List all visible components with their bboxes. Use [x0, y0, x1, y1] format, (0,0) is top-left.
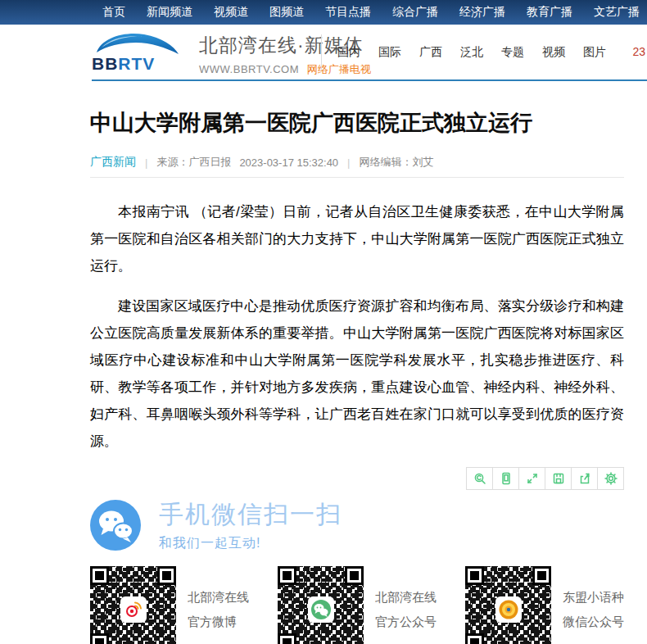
qr-labels: 北部湾在线 官方公众号	[375, 585, 437, 634]
editor-label: 网络编辑：刘艾	[360, 155, 434, 170]
source-label: 来源：广西日报	[156, 155, 231, 170]
article-paragraph: 建设国家区域医疗中心是推动优质医疗资源扩容和均衡布局、落实分级诊疗和构建公立医院…	[90, 293, 624, 455]
meta-separator: |	[136, 156, 156, 169]
settings-gear-icon[interactable]	[597, 467, 624, 490]
wechat-icon	[308, 596, 334, 623]
topnav-item-education-radio[interactable]: 教育广播	[527, 5, 572, 20]
asean-icon	[495, 596, 522, 623]
qr-label-line1: 北部湾在线	[188, 585, 249, 610]
topnav-item-video[interactable]: 视频道	[214, 5, 248, 20]
wechat-banner-subline: 和我们一起互动!	[159, 535, 342, 552]
publish-datetime: 2023-03-17 15:32:40	[239, 156, 338, 169]
topnav-item-economic-radio[interactable]: 经济广播	[459, 5, 505, 20]
article-paragraph: 本报南宁讯 （记者/梁莹）日前，记者从自治区卫生健康委获悉，在中山大学附属第一医…	[90, 198, 624, 279]
topnav-item-news[interactable]: 新闻频道	[147, 5, 192, 20]
qr-label-line2: 官方公众号	[375, 610, 437, 634]
qr-finder	[90, 633, 109, 644]
header-rule	[92, 79, 647, 81]
topnav-item-home[interactable]: 首页	[102, 5, 125, 20]
wechat-banner-text: 手机微信扫一扫 和我们一起互动!	[159, 498, 342, 552]
subnav-item-video[interactable]: 视频	[542, 45, 565, 60]
mobile-icon[interactable]	[492, 467, 519, 490]
site-url: WWW.BBRTV.COM	[199, 63, 299, 75]
subnav-item-international[interactable]: 国际	[378, 45, 401, 60]
site-tagline: 网络广播电视	[307, 63, 371, 75]
qr-finder	[465, 566, 484, 585]
qr-label-line2: 微信公众号	[563, 610, 624, 634]
qr-labels: 北部湾在线 官方微博	[188, 585, 249, 634]
secondary-navigation: 国内 国际 广西 泛北 专题 视频 图片	[337, 45, 606, 60]
subnav-item-fanbei[interactable]: 泛北	[460, 45, 483, 60]
wechat-scan-banner: 手机微信扫一扫 和我们一起互动!	[90, 498, 624, 552]
wechat-banner-headline: 手机微信扫一扫	[159, 498, 342, 532]
qr-group-weibo: 北部湾在线 官方微博	[90, 566, 266, 644]
top-navigation: 首页 新闻频道 视频道 图频道 节目点播 综合广播 经济广播 教育广播 文艺广播…	[0, 0, 647, 25]
qr-finder	[532, 566, 551, 585]
qr-code-weibo	[90, 566, 176, 644]
qr-label-line1: 北部湾在线	[375, 585, 437, 610]
site-header: BBRTV 北部湾在线·新媒体 WWW.BBRTV.COM 网络广播电视 国内 …	[0, 25, 647, 79]
share-icon[interactable]	[571, 467, 598, 490]
article-meta: 广西新闻 | 来源：广西日报 2023-03-17 15:32:40 | 网络编…	[90, 155, 624, 170]
qr-finder	[278, 566, 296, 585]
qr-finder	[345, 566, 364, 585]
topnav-item-photo[interactable]: 图频道	[269, 5, 304, 20]
qr-finder	[278, 633, 296, 644]
category-link[interactable]: 广西新闻	[90, 155, 136, 170]
article-main: 中山大学附属第一医院广西医院正式独立运行 广西新闻 | 来源：广西日报 2023…	[0, 108, 647, 644]
logo-wordmark: BBRTV	[92, 54, 188, 74]
topnav-item-ondemand[interactable]: 节目点播	[325, 5, 371, 20]
weibo-icon	[120, 596, 147, 623]
qr-label-line2: 官方微博	[188, 610, 249, 634]
topnav-item-general-radio[interactable]: 综合广播	[392, 5, 438, 20]
qr-finder	[465, 633, 484, 644]
qr-code-section: 北部湾在线 官方微博	[90, 566, 624, 644]
subnav-item-pictures[interactable]: 图片	[583, 45, 606, 60]
zoom-icon[interactable]	[466, 467, 493, 490]
qr-code-wechat	[278, 566, 364, 644]
meta-separator: |	[338, 156, 359, 169]
qr-label-line1: 东盟小语种	[563, 585, 624, 610]
article-toolbar	[90, 467, 624, 490]
qr-finder	[90, 566, 109, 585]
topnav-item-arts-radio[interactable]: 文艺广播	[594, 5, 640, 20]
clipped-date-text: 23	[632, 45, 645, 58]
subnav-item-special[interactable]: 专题	[501, 45, 524, 60]
subnav-item-domestic[interactable]: 国内	[337, 45, 360, 60]
article-title: 中山大学附属第一医院广西医院正式独立运行	[90, 108, 624, 138]
qr-group-wechat: 北部湾在线 官方公众号	[278, 566, 454, 644]
meta-divider	[90, 177, 624, 178]
wechat-icon	[90, 500, 141, 551]
qr-finder	[157, 566, 176, 585]
fullscreen-icon[interactable]	[518, 467, 545, 490]
qr-labels: 东盟小语种 微信公众号	[563, 585, 624, 634]
subnav-item-guangxi[interactable]: 广西	[419, 45, 442, 60]
save-icon[interactable]	[545, 467, 572, 490]
bbrtv-logo[interactable]: BBRTV	[92, 31, 188, 74]
header-divider	[321, 34, 322, 70]
qr-code-asean	[465, 566, 551, 644]
qr-group-asean: 东盟小语种 微信公众号	[465, 566, 641, 644]
